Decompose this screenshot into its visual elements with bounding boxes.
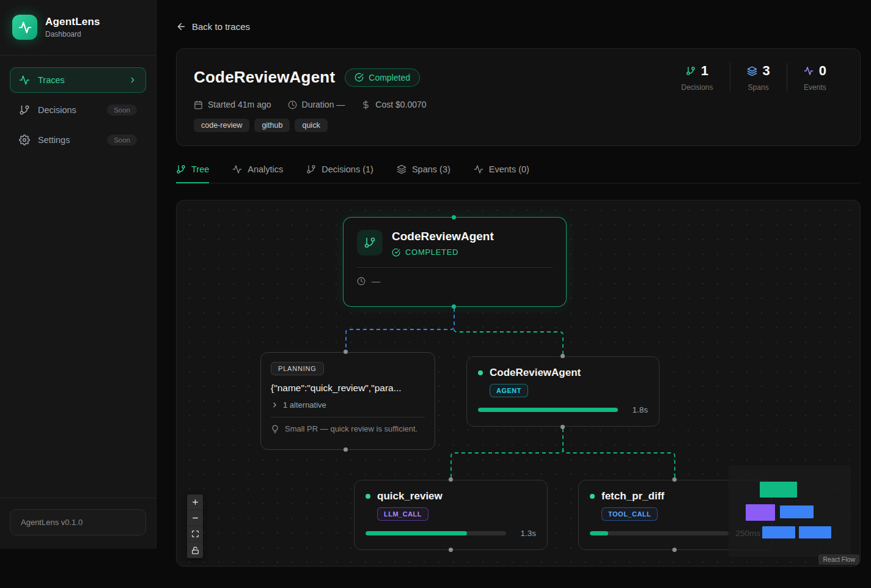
layers-icon xyxy=(397,164,406,174)
tab-tree[interactable]: Tree xyxy=(176,164,209,183)
minimap-node xyxy=(746,504,775,521)
status-dot xyxy=(590,494,595,499)
started-meta: Started 41m ago xyxy=(194,100,271,109)
minimap-node xyxy=(760,482,797,498)
git-branch-icon xyxy=(19,105,30,116)
tag: code-review xyxy=(194,119,249,132)
node-handle xyxy=(449,548,453,552)
sidebar-item-decisions[interactable]: Decisions Soon xyxy=(10,97,146,123)
node-root-agent[interactable]: CodeReviewAgent COMPLETED — xyxy=(343,217,567,307)
span-title: quick_review xyxy=(377,490,443,502)
activity-icon xyxy=(19,75,30,86)
tab-analytics[interactable]: Analytics xyxy=(232,164,283,183)
zoom-in-button[interactable] xyxy=(187,494,203,510)
soon-badge: Soon xyxy=(107,134,137,145)
app-header: AgentLens Dashboard xyxy=(0,0,156,56)
activity-icon xyxy=(18,21,32,34)
fit-view-button[interactable] xyxy=(187,526,203,542)
status-dot xyxy=(478,370,483,375)
trace-meta: Started 41m ago Duration — Cost $0.0070 xyxy=(194,100,843,109)
soon-badge: Soon xyxy=(107,105,137,116)
lightbulb-icon xyxy=(271,425,279,433)
git-branch-icon xyxy=(176,164,186,174)
node-handle xyxy=(452,215,456,219)
node-handle xyxy=(560,354,565,358)
duration-label: 1.8s xyxy=(625,405,648,414)
arrow-left-icon xyxy=(176,21,186,32)
tab-events[interactable]: Events (0) xyxy=(474,164,529,183)
decision-reason-text: Small PR — quick review is sufficient. xyxy=(285,424,417,433)
cost-meta: Cost $0.0070 xyxy=(361,100,426,109)
clock-icon xyxy=(288,100,297,109)
zoom-out-button[interactable] xyxy=(187,510,203,526)
flow-canvas[interactable]: CodeReviewAgent COMPLETED — P xyxy=(176,200,861,567)
node-handle xyxy=(452,304,456,309)
tag: github xyxy=(254,119,290,132)
span-title: CodeReviewAgent xyxy=(490,367,581,379)
dollar-icon xyxy=(361,100,370,109)
node-span-quick-review[interactable]: quick_review LLM_CALL 1.3s xyxy=(354,480,548,550)
git-branch-icon xyxy=(306,164,316,174)
span-title: fetch_pr_diff xyxy=(601,490,664,502)
stat-decisions: 1 Decisions xyxy=(664,63,729,92)
status-badge: Completed xyxy=(345,68,420,87)
duration-meta: Duration — xyxy=(288,100,345,109)
span-type-badge: LLM_CALL xyxy=(377,507,428,521)
node-handle xyxy=(672,548,677,552)
root-node-status: COMPLETED xyxy=(405,248,458,257)
check-circle-icon xyxy=(355,73,364,82)
trace-stats: 1 Decisions 3 Spans xyxy=(664,63,843,92)
activity-icon xyxy=(804,66,814,76)
sidebar-item-label: Settings xyxy=(38,135,70,145)
trace-header-card: CodeReviewAgent Completed 1 Decisions xyxy=(176,48,861,146)
view-tabs: Tree Analytics Decisions (1) Spans (3) E… xyxy=(176,164,861,183)
root-node-title: CodeReviewAgent xyxy=(392,230,494,243)
app-logo xyxy=(12,15,37,40)
node-decision-planning[interactable]: PLANNING {"name":"quick_review","para...… xyxy=(260,352,435,450)
check-circle-icon xyxy=(392,248,400,257)
sidebar-item-settings[interactable]: Settings Soon xyxy=(10,127,146,153)
activity-icon xyxy=(232,164,242,174)
duration-label: 1.3s xyxy=(513,529,536,538)
node-span-codereviewagent[interactable]: CodeReviewAgent AGENT 1.8s xyxy=(466,356,660,427)
lock-button[interactable] xyxy=(187,542,203,558)
alternatives-toggle[interactable]: 1 alternative xyxy=(271,400,425,410)
sidebar-nav: Traces Decisions Soon Settings Soon xyxy=(0,56,156,164)
minimap-node xyxy=(780,505,814,518)
back-to-traces-link[interactable]: Back to traces xyxy=(176,21,861,32)
stat-spans: 3 Spans xyxy=(730,63,787,92)
span-type-badge: TOOL_CALL xyxy=(601,507,658,521)
chevron-right-icon xyxy=(128,76,137,84)
calendar-icon xyxy=(194,100,203,109)
node-handle xyxy=(449,477,453,482)
sidebar-item-traces[interactable]: Traces xyxy=(10,67,146,93)
app-version: AgentLens v0.1.0 xyxy=(10,509,146,535)
node-handle xyxy=(672,477,677,482)
tab-decisions[interactable]: Decisions (1) xyxy=(306,164,373,183)
flow-controls xyxy=(187,494,203,558)
root-node-duration: — xyxy=(372,276,380,286)
sidebar-footer: AgentLens v0.1.0 xyxy=(0,498,156,549)
tab-spans[interactable]: Spans (3) xyxy=(397,164,450,183)
app-subtitle: Dashboard xyxy=(45,30,100,39)
duration-bar xyxy=(366,531,506,535)
react-flow-attribution[interactable]: React Flow xyxy=(818,554,859,565)
status-dot xyxy=(366,494,370,499)
flow-minimap[interactable] xyxy=(729,465,851,557)
decision-type-badge: PLANNING xyxy=(271,362,324,375)
sidebar: AgentLens Dashboard Traces Decisions Soo… xyxy=(0,0,156,549)
minimap-node xyxy=(799,526,831,538)
sidebar-item-label: Traces xyxy=(38,75,65,85)
layers-icon xyxy=(747,66,757,76)
app-name: AgentLens xyxy=(45,16,100,28)
back-label: Back to traces xyxy=(192,21,250,32)
main-content: Back to traces CodeReviewAgent Completed… xyxy=(176,0,861,567)
chevron-right-icon xyxy=(271,401,279,409)
sidebar-item-label: Decisions xyxy=(38,105,76,115)
tag: quick xyxy=(295,119,327,132)
gear-icon xyxy=(19,134,30,145)
git-branch-icon xyxy=(357,230,383,255)
clock-icon xyxy=(357,277,366,285)
span-type-badge: AGENT xyxy=(490,384,528,397)
duration-bar xyxy=(478,408,618,412)
